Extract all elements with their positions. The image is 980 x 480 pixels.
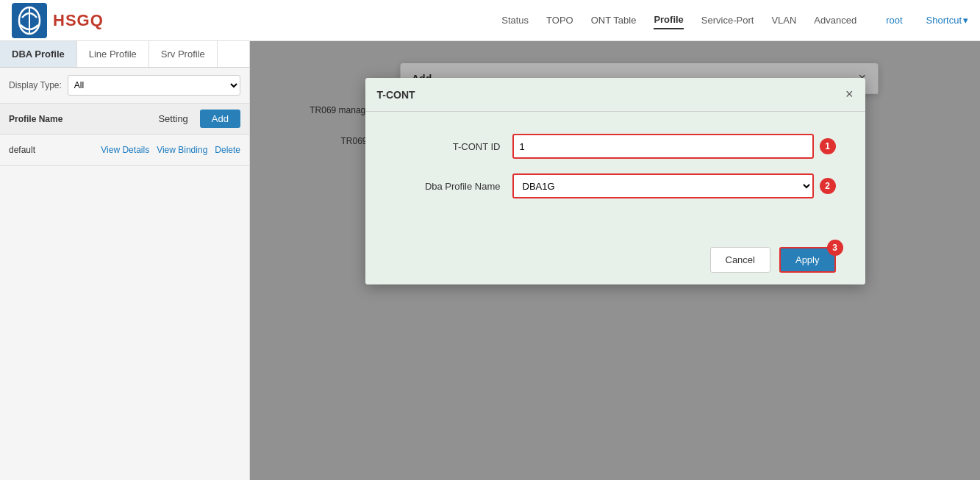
- nav-ont-table[interactable]: ONT Table: [591, 12, 637, 29]
- step-1-badge: 1: [820, 138, 836, 154]
- tab-srv-profile[interactable]: Srv Profile: [149, 41, 218, 67]
- nav-status[interactable]: Status: [501, 12, 529, 29]
- display-type-row: Display Type: All: [0, 68, 249, 104]
- dba-profile-label: Dba Profile Name: [395, 181, 512, 192]
- nav-topo[interactable]: TOPO: [546, 12, 573, 29]
- step-3-badge: 3: [827, 240, 843, 256]
- dba-profile-row: Dba Profile Name DBA1G 2: [395, 173, 836, 198]
- tcont-modal-header: T-CONT ×: [365, 78, 865, 112]
- cancel-button[interactable]: Cancel: [710, 247, 770, 273]
- tcont-id-row: T-CONT ID 1: [395, 134, 836, 159]
- delete-link[interactable]: Delete: [215, 145, 240, 155]
- step-2-badge: 2: [820, 178, 836, 194]
- tcont-modal-close-button[interactable]: ×: [845, 87, 854, 102]
- logo-icon: [12, 3, 47, 38]
- nav-profile[interactable]: Profile: [654, 11, 683, 29]
- dba-profile-select[interactable]: DBA1G: [512, 173, 814, 198]
- tcont-modal: T-CONT × T-CONT ID 1 Dba Profile Name: [365, 78, 865, 284]
- logo-area: HSGQ: [12, 3, 104, 38]
- tcont-modal-body: T-CONT ID 1 Dba Profile Name DBA1G: [365, 112, 865, 235]
- setting-label: Setting: [158, 113, 187, 124]
- view-links: View Details View Binding Delete: [101, 145, 240, 155]
- profile-tabs: DBA Profile Line Profile Srv Profile: [0, 41, 249, 68]
- view-binding-link[interactable]: View Binding: [157, 145, 207, 155]
- topnav: HSGQ Status TOPO ONT Table Profile Servi…: [0, 0, 980, 41]
- tcont-id-label: T-CONT ID: [395, 141, 512, 152]
- chevron-down-icon: ▾: [963, 15, 968, 26]
- display-type-label: Display Type:: [9, 80, 62, 90]
- profile-name-header: Profile Name: [9, 114, 62, 124]
- tab-line-profile[interactable]: Line Profile: [77, 41, 149, 67]
- nav-shortcut[interactable]: Shortcut ▾: [926, 15, 968, 26]
- nav-advanced[interactable]: Advanced: [814, 12, 856, 29]
- main-layout: DBA Profile Line Profile Srv Profile Dis…: [0, 41, 980, 480]
- display-type-select[interactable]: All: [68, 75, 240, 96]
- nav-links: Status TOPO ONT Table Profile Service-Po…: [501, 11, 968, 29]
- tab-dba-profile[interactable]: DBA Profile: [0, 41, 77, 67]
- add-profile-button[interactable]: Add: [200, 110, 240, 128]
- right-panel: ForoISP TR069 management Mode Disable TR…: [250, 41, 980, 480]
- left-panel: DBA Profile Line Profile Srv Profile Dis…: [0, 41, 250, 480]
- default-profile-row: default: [9, 140, 35, 160]
- nav-service-port[interactable]: Service-Port: [701, 12, 754, 29]
- tcont-modal-footer: Cancel Apply 3: [365, 235, 865, 284]
- nav-user: root: [886, 15, 902, 26]
- view-details-link[interactable]: View Details: [101, 145, 149, 155]
- logo-text: HSGQ: [53, 11, 104, 30]
- apply-btn-wrapper: Apply 3: [779, 247, 836, 273]
- tcont-id-input[interactable]: [512, 134, 814, 159]
- nav-vlan[interactable]: VLAN: [771, 12, 796, 29]
- tcont-modal-title: T-CONT: [377, 89, 415, 101]
